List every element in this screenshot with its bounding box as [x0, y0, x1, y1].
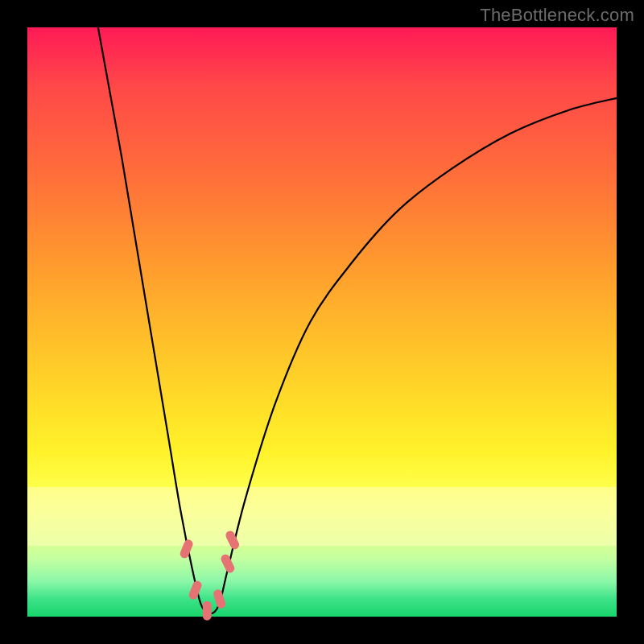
band-layer	[27, 487, 617, 546]
curve-marker	[213, 588, 227, 609]
curve-marker	[188, 580, 203, 601]
acceptable-band	[27, 487, 617, 546]
plot-area	[27, 27, 617, 617]
watermark-text: TheBottleneck.com	[480, 5, 634, 26]
curve-marker	[203, 601, 212, 621]
chart-svg	[27, 27, 617, 617]
curve-marker	[220, 553, 236, 574]
chart-frame: TheBottleneck.com	[0, 0, 644, 644]
